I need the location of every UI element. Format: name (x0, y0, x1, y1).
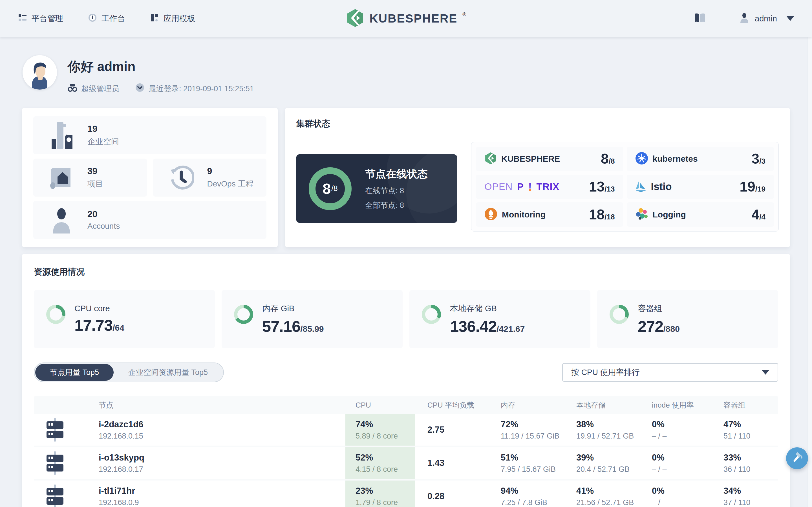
node-online-count: 8 (322, 180, 331, 197)
memory-percent: 51% (501, 453, 564, 463)
node-name: i-2dazc1d6 (99, 419, 345, 430)
cpu-load-average: 0.28 (427, 491, 488, 501)
pods-cell: 47% 51 / 110 (715, 419, 778, 441)
stat-label: DevOps 工程 (207, 179, 254, 189)
col-header-cpu: CPU (345, 401, 415, 409)
nav-item-platform[interactable]: 平台管理 (18, 13, 63, 24)
storage-cell: 41% 21.56 / 52.71 GB (564, 486, 640, 507)
stat-tile-devops[interactable]: 9 DevOps 工程 (153, 159, 267, 196)
memory-cell: 72% 11.19 / 15.67 GiB (488, 419, 564, 441)
role-badge: 超级管理员 (68, 83, 119, 94)
table-row[interactable]: i-tl1i71hr 192.168.0.9 23% 1.79 / 8 core… (34, 481, 778, 507)
col-header-node: 节点 (34, 400, 345, 410)
node-name: i-tl1i71hr (99, 486, 345, 496)
pods-cell: 33% 36 / 110 (715, 453, 778, 474)
component-count: 18 /18 (589, 207, 615, 223)
col-header-inode: inode 使用率 (640, 400, 715, 410)
memory-cell: 94% 7.25 / 7.8 GiB (488, 486, 564, 507)
kubesphere-hexagon-icon (346, 9, 364, 29)
logging-icon (635, 208, 648, 222)
node-online-line: 在线节点: 8 (365, 186, 428, 196)
stat-tile-workspaces[interactable]: 19 企业空间 (33, 116, 266, 154)
load-cell: 0.28 (415, 491, 488, 501)
node-server-icon (34, 451, 76, 475)
storage-percent: 38% (576, 419, 640, 430)
storage-usage-donut (422, 305, 441, 324)
nav-item-label: 工作台 (101, 13, 125, 24)
top-nav-bar: 平台管理 工作台 应用模板 KUBESPHERE ® (0, 0, 812, 37)
nav-item-app-templates[interactable]: 应用模板 (150, 13, 195, 24)
storage-detail: 19.91 / 52.71 GB (576, 432, 640, 441)
resource-tile-memory: 内存 GiB 57.16/85.99 (221, 290, 403, 348)
sort-by-select[interactable]: 按 CPU 使用率排行 (562, 363, 778, 382)
stat-tile-projects[interactable]: 39 项目 (33, 159, 147, 196)
component-count: 3 /3 (752, 151, 766, 167)
greeting-title: 你好 admin (68, 58, 254, 75)
component-name: kubernetes (653, 154, 698, 164)
cpu-percent: 52% (356, 453, 415, 463)
memory-detail: 11.19 / 15.67 GiB (501, 432, 564, 441)
node-status-heading: 节点在线状态 (365, 167, 428, 181)
node-online-status-card: 8 /8 节点在线状态 在线节点: 8 全部节点: 8 (296, 154, 457, 223)
resource-label: 容器组 (638, 303, 680, 314)
stat-text: 19 企业空间 (87, 124, 119, 147)
tab-workspace-usage[interactable]: 企业空间资源用量 Top5 (114, 364, 222, 381)
storage-percent: 39% (576, 453, 640, 463)
component-openpitrix: OPENP!TRIX 13 /13 (476, 175, 623, 199)
cpu-usage-donut (46, 305, 65, 324)
table-row[interactable]: i-o13skypq 192.168.0.17 52% 4.15 / 8 cor… (34, 447, 778, 479)
component-istio: Istio 19 /19 (627, 175, 774, 199)
table-header-row: 节点 CPU CPU 平均负载 内存 本地存储 inode 使用率 容器组 (34, 396, 778, 414)
stat-value: 39 (87, 166, 103, 176)
component-monitoring: Monitoring 18 /18 (476, 202, 623, 227)
resource-usage-card: 资源使用情况 CPU core 17.73/64 内存 GiB 57.16/85… (22, 254, 790, 507)
stat-label: 企业空间 (87, 136, 119, 147)
sort-by-value: 按 CPU 使用率排行 (571, 367, 640, 378)
storage-cell: 38% 19.91 / 52.71 GB (564, 419, 640, 441)
role-label: 超级管理员 (81, 83, 119, 94)
cluster-status-card: 集群状态 8 /8 节点在线状态 在线节点: 8 全部节点: 8 KUBESPH… (285, 108, 790, 247)
inode-percent: 0% (652, 453, 715, 463)
cpu-detail: 5.89 / 8 core (356, 432, 415, 441)
cpu-percent: 74% (356, 419, 415, 430)
cpu-cell: 52% 4.15 / 8 core (345, 447, 415, 479)
storage-detail: 21.56 / 52.71 GB (576, 498, 640, 507)
cpu-detail: 1.79 / 8 core (356, 498, 415, 507)
clock-icon (135, 83, 145, 94)
tab-node-usage[interactable]: 节点用量 Top5 (35, 364, 114, 381)
last-login-badge: 最近登录: 2019-09-01 15:25:51 (135, 83, 254, 94)
inode-cell: 0% – / – (640, 419, 715, 441)
memory-usage-donut (234, 305, 253, 324)
scrollbar-track[interactable] (808, 0, 812, 507)
pods-detail: 51 / 110 (723, 432, 778, 441)
stat-tile-accounts[interactable]: 20 Accounts (33, 201, 266, 239)
resource-total: /85.99 (300, 324, 324, 334)
role-icon (68, 83, 77, 94)
pods-detail: 36 / 110 (723, 465, 778, 474)
kubesphere-logo[interactable]: KUBESPHERE ® (346, 9, 466, 29)
workspace-icon (48, 121, 75, 150)
cpu-cell: 74% 5.89 / 8 core (345, 414, 415, 446)
stat-value: 9 (207, 166, 254, 176)
last-login-label: 最近登录: 2019-09-01 15:25:51 (149, 83, 254, 94)
component-name: Istio (651, 181, 672, 193)
col-header-pods: 容器组 (715, 400, 778, 410)
col-header-memory: 内存 (488, 400, 564, 410)
table-controls: 节点用量 Top5 企业空间资源用量 Top5 按 CPU 使用率排行 (34, 362, 778, 382)
user-menu[interactable]: admin (740, 13, 794, 24)
resource-label: 内存 GiB (262, 303, 324, 314)
greeting-section: 你好 admin 超级管理员 最近登录: 2019-09-01 15:25:51 (22, 55, 254, 94)
cluster-status-title: 集群状态 (296, 118, 779, 129)
component-count: 13 /13 (589, 179, 615, 195)
memory-cell: 51% 7.95 / 15.67 GiB (488, 453, 564, 474)
node-cell: i-o13skypq 192.168.0.17 (76, 453, 345, 474)
toolbox-fab-button[interactable] (786, 447, 808, 469)
header-right: admin (694, 13, 794, 24)
docs-book-icon[interactable] (694, 13, 706, 24)
nav-item-workbench[interactable]: 工作台 (88, 13, 125, 24)
component-name: Monitoring (502, 210, 546, 219)
table-row[interactable]: i-2dazc1d6 192.168.0.15 74% 5.89 / 8 cor… (34, 414, 778, 446)
avatar (22, 55, 57, 90)
components-panel: KUBESPHERE 8 /8 kubernetes 3 /3 OPENP!TR… (471, 142, 779, 231)
pods-cell: 34% 37 / 110 (715, 486, 778, 507)
